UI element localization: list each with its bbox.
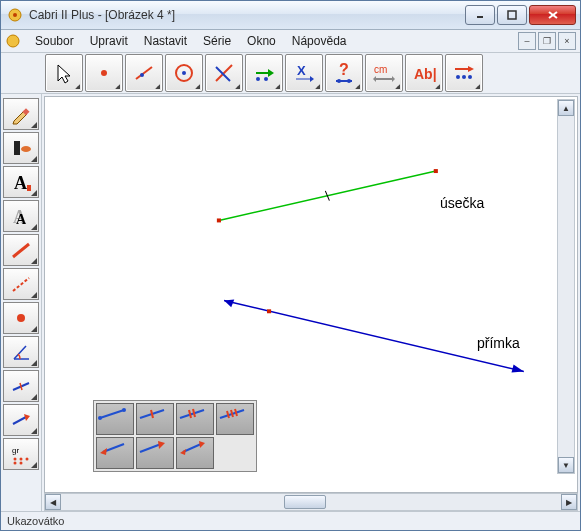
side-toolbar: A AA gr — [1, 94, 42, 511]
segment-mark-tool[interactable] — [3, 370, 39, 402]
svg-line-12 — [216, 65, 232, 81]
svg-line-8 — [136, 67, 152, 79]
svg-text:gr: gr — [12, 446, 19, 455]
svg-rect-3 — [508, 11, 516, 19]
grid-tool[interactable]: gr — [3, 438, 39, 470]
scroll-down-icon[interactable]: ▼ — [558, 457, 574, 473]
svg-line-37 — [13, 244, 29, 257]
check-tool[interactable]: ? — [325, 54, 363, 92]
svg-line-44 — [13, 417, 26, 424]
arrow-line-tool[interactable] — [3, 404, 39, 436]
minimize-button[interactable] — [465, 5, 495, 25]
svg-point-27 — [456, 75, 460, 79]
svg-line-38 — [13, 278, 29, 291]
scroll-up-icon[interactable]: ▲ — [558, 100, 574, 116]
svg-line-67 — [231, 410, 233, 417]
svg-point-32 — [21, 146, 31, 152]
palette-segment-plain[interactable] — [96, 403, 134, 435]
svg-point-59 — [122, 408, 126, 412]
menu-napoveda[interactable]: Nápověda — [284, 32, 355, 50]
style-palette[interactable] — [93, 400, 257, 472]
attributes-tool[interactable] — [445, 54, 483, 92]
statusbar: Ukazovátko — [1, 511, 580, 530]
pencil-tool[interactable] — [3, 98, 39, 130]
menu-soubor[interactable]: Soubor — [27, 32, 82, 50]
svg-point-46 — [14, 458, 17, 461]
app-window: Cabri II Plus - [Obrázek 4 *] Soubor Upr… — [0, 0, 581, 531]
titlebar: Cabri II Plus - [Obrázek 4 *] — [1, 1, 580, 30]
scroll-thumb[interactable] — [284, 495, 326, 509]
palette-arrow-right[interactable] — [136, 437, 174, 469]
pointer-tool[interactable] — [45, 54, 83, 92]
svg-line-43 — [20, 383, 22, 390]
fill-tool[interactable] — [3, 132, 39, 164]
palette-arrow-both[interactable] — [176, 437, 214, 469]
menu-serie[interactable]: Série — [195, 32, 239, 50]
svg-point-1 — [13, 13, 17, 17]
horizontal-scrollbar[interactable]: ◀ ▶ — [44, 493, 578, 511]
mdi-restore-button[interactable]: ❐ — [538, 32, 556, 50]
line-tool[interactable] — [125, 54, 163, 92]
window-title: Cabri II Plus - [Obrázek 4 *] — [29, 8, 463, 22]
palette-arrow-left[interactable] — [96, 437, 134, 469]
letter-A-tool[interactable]: A — [3, 166, 39, 198]
label-segment[interactable]: úsečka — [440, 195, 484, 211]
menu-okno[interactable]: Okno — [239, 32, 284, 50]
palette-segment-tick2[interactable] — [176, 403, 214, 435]
point-style-tool[interactable] — [3, 302, 39, 334]
svg-point-49 — [14, 462, 17, 465]
menu-nastavit[interactable]: Nastavit — [136, 32, 195, 50]
svg-line-70 — [140, 444, 161, 452]
circle-tool[interactable] — [165, 54, 203, 92]
svg-text:cm: cm — [374, 64, 387, 75]
close-button[interactable] — [529, 5, 576, 25]
svg-point-9 — [140, 73, 144, 77]
dashed-line-tool[interactable] — [3, 268, 39, 300]
status-text: Ukazovátko — [7, 515, 64, 527]
svg-line-57 — [100, 410, 124, 418]
svg-rect-52 — [217, 218, 221, 222]
svg-point-48 — [26, 458, 29, 461]
vertical-scrollbar[interactable]: ▲ ▼ — [557, 99, 575, 474]
svg-line-63 — [189, 410, 191, 418]
perpendicular-tool[interactable] — [205, 54, 243, 92]
svg-text:Ab|: Ab| — [414, 66, 436, 82]
svg-point-50 — [20, 462, 23, 465]
thick-line-tool[interactable] — [3, 234, 39, 266]
svg-text:X: X — [297, 63, 306, 78]
transform-tool[interactable] — [245, 54, 283, 92]
svg-rect-53 — [434, 169, 438, 173]
scroll-left-icon[interactable]: ◀ — [45, 494, 61, 510]
mdi-minimize-button[interactable]: – — [518, 32, 536, 50]
toolbar-top: X ? cm Ab| — [1, 53, 580, 94]
coords-tool[interactable]: X — [285, 54, 323, 92]
label-line[interactable]: přímka — [477, 335, 520, 351]
svg-line-62 — [180, 410, 204, 418]
doc-icon — [5, 33, 21, 49]
svg-point-15 — [256, 77, 260, 81]
point-tool[interactable] — [85, 54, 123, 92]
svg-point-6 — [7, 35, 19, 47]
svg-line-68 — [235, 409, 237, 416]
palette-segment-tick1[interactable] — [136, 403, 174, 435]
measure-tool[interactable]: cm — [365, 54, 403, 92]
maximize-button[interactable] — [497, 5, 527, 25]
palette-segment-tick3[interactable] — [216, 403, 254, 435]
svg-text:A: A — [14, 173, 27, 193]
svg-point-47 — [20, 458, 23, 461]
menu-upravit[interactable]: Upravit — [82, 32, 136, 50]
label-tool[interactable]: Ab| — [405, 54, 443, 92]
svg-rect-56 — [267, 309, 271, 313]
svg-line-64 — [193, 409, 195, 417]
canvas-wrap: úsečka přímka — [42, 94, 580, 511]
mdi-close-button[interactable]: × — [558, 32, 576, 50]
scroll-right-icon[interactable]: ▶ — [561, 494, 577, 510]
letter-A-gray-tool[interactable]: AA — [3, 200, 39, 232]
svg-point-11 — [182, 71, 186, 75]
drawing-canvas[interactable]: úsečka přímka — [44, 96, 578, 493]
angle-tool[interactable] — [3, 336, 39, 368]
svg-point-16 — [264, 77, 268, 81]
menubar: Soubor Upravit Nastavit Série Okno Nápov… — [1, 30, 580, 53]
svg-point-22 — [347, 79, 351, 83]
svg-line-61 — [151, 410, 153, 418]
